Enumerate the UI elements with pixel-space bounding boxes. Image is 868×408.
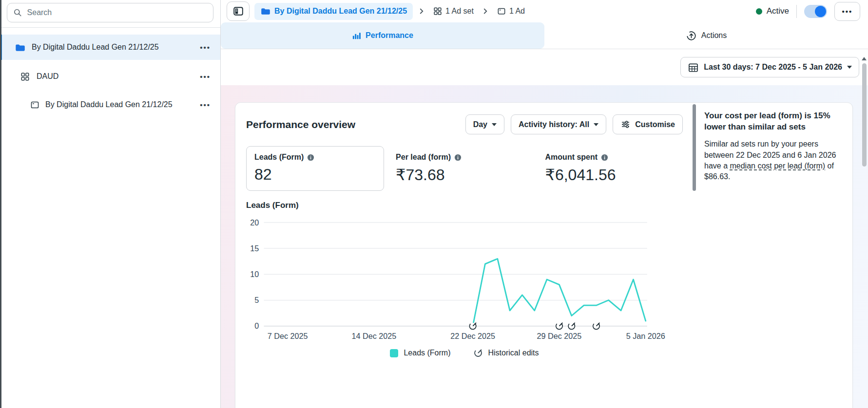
breadcrumb-campaign-label: By Digital Daddu Lead Gen 21/12/25 — [274, 7, 407, 16]
info-icon[interactable] — [454, 154, 462, 161]
interval-dropdown-label: Day — [473, 120, 487, 129]
ad-icon — [497, 7, 506, 16]
svg-text:22 Dec 2025: 22 Dec 2025 — [450, 332, 495, 340]
metric-value: ₹6,041.56 — [545, 166, 683, 184]
chevron-right-icon — [415, 6, 428, 16]
status-label: Active — [767, 6, 789, 16]
sidebar-item-ad[interactable]: By Digital Daddu Lead Gen 21/12/25 ••• — [0, 92, 220, 117]
series-swatch-icon — [390, 349, 398, 357]
folder-icon — [260, 6, 270, 16]
adset-grid-icon — [433, 7, 442, 16]
panel-toggle-icon — [232, 5, 244, 17]
metric-label: Leads (Form) — [254, 153, 304, 162]
breadcrumb-adset[interactable]: 1 Ad set — [430, 7, 477, 16]
insight-body: Similar ad sets run by your peers betwee… — [704, 139, 844, 183]
tab-performance-label: Performance — [366, 31, 413, 40]
info-icon[interactable] — [601, 154, 608, 161]
folder-icon — [15, 42, 25, 53]
toggle-knob — [815, 6, 826, 17]
svg-text:14 Dec 2025: 14 Dec 2025 — [352, 332, 397, 340]
svg-text:10: 10 — [250, 270, 259, 278]
filter-row: Last 30 days: 7 Dec 2025 - 5 Jan 2026 — [221, 49, 868, 85]
metric-per-lead[interactable]: Per lead (form) ₹73.68 — [396, 146, 533, 191]
content-area: Performance overview Day Activity histor… — [221, 85, 868, 408]
view-tabs: Performance Actions — [221, 22, 868, 49]
row-more-button[interactable]: ••• — [199, 41, 212, 54]
breadcrumb-ad-label: 1 Ad — [509, 7, 525, 16]
search-box[interactable] — [7, 3, 213, 22]
svg-text:7 Dec 2025: 7 Dec 2025 — [268, 332, 308, 340]
search-input[interactable] — [27, 8, 207, 17]
activity-history-dropdown[interactable]: Activity history: All — [511, 114, 606, 134]
performance-overview-section: Performance overview Day Activity histor… — [235, 103, 691, 408]
customise-label: Customise — [635, 120, 675, 129]
insight-title: Your cost per lead (form) is 15% lower t… — [704, 111, 844, 132]
legend-historical-edits: Historical edits — [473, 348, 539, 358]
row-more-button[interactable]: ••• — [199, 99, 212, 111]
tab-performance[interactable]: Performance — [221, 22, 544, 49]
metric-leads-form[interactable]: Leads (Form) 82 — [246, 146, 384, 191]
historical-edit-icon — [473, 348, 483, 358]
interval-dropdown[interactable]: Day — [465, 114, 504, 134]
median-cost-link[interactable]: median cost per lead (form) — [730, 162, 825, 170]
campaign-sidebar: By Digital Daddu Lead Gen 21/12/25 ••• D… — [0, 0, 221, 408]
window-edge — [0, 0, 1, 408]
date-range-selector[interactable]: Last 30 days: 7 Dec 2025 - 5 Jan 2026 — [680, 57, 859, 77]
sidebar-item-label: By Digital Daddu Lead Gen 21/12/25 — [32, 43, 199, 52]
search-icon — [13, 8, 22, 18]
sidebar-item-label: DAUD — [37, 72, 199, 81]
insight-panel: Your cost per lead (form) is 15% lower t… — [697, 103, 852, 408]
activity-history-label: Activity history: All — [519, 120, 589, 129]
date-range-label: Last 30 days: 7 Dec 2025 - 5 Jan 2026 — [704, 63, 842, 72]
active-toggle[interactable] — [804, 5, 827, 18]
svg-text:0: 0 — [254, 321, 259, 330]
divider — [796, 5, 797, 18]
scroll-up-arrow-icon[interactable] — [862, 57, 867, 60]
legend-leads-label: Leads (Form) — [404, 349, 450, 357]
sidebar-item-label: By Digital Daddu Lead Gen 21/12/25 — [45, 100, 199, 109]
section-title: Performance overview — [246, 119, 355, 130]
topbar-right: Active ••• — [756, 2, 860, 21]
chevron-down-icon — [847, 66, 852, 69]
chart-title: Leads (Form) — [246, 201, 683, 210]
chevron-right-icon — [479, 6, 492, 16]
svg-text:15: 15 — [250, 244, 259, 253]
page-scrollbar — [860, 55, 868, 408]
campaign-tree: By Digital Daddu Lead Gen 21/12/25 ••• D… — [0, 28, 220, 117]
breadcrumb-campaign[interactable]: By Digital Daddu Lead Gen 21/12/25 — [254, 3, 413, 20]
breadcrumb-ad[interactable]: 1 Ad — [494, 7, 528, 16]
boost-arrow-icon — [686, 30, 697, 41]
svg-text:20: 20 — [250, 218, 259, 227]
info-icon[interactable] — [307, 154, 314, 161]
metric-label: Per lead (form) — [396, 153, 451, 162]
legend-leads: Leads (Form) — [390, 349, 450, 357]
page-scrollbar-thumb[interactable] — [862, 63, 867, 167]
card-scrollbar-thumb[interactable] — [693, 104, 696, 191]
metric-label: Amount spent — [545, 153, 598, 162]
status-badge: Active — [756, 6, 789, 16]
active-status-dot-icon — [756, 8, 762, 15]
chevron-down-icon — [492, 123, 497, 126]
more-options-button[interactable]: ••• — [834, 2, 860, 21]
sidebar-item-adset[interactable]: DAUD ••• — [0, 64, 220, 89]
legend-edits-label: Historical edits — [488, 349, 539, 357]
customise-button[interactable]: Customise — [613, 114, 683, 134]
svg-text:5 Jan 2026: 5 Jan 2026 — [626, 332, 665, 340]
bar-chart-icon — [352, 31, 361, 40]
collapse-sidebar-button[interactable] — [227, 1, 250, 21]
ad-icon — [30, 100, 39, 110]
tab-actions[interactable]: Actions — [544, 22, 868, 49]
metric-amount-spent[interactable]: Amount spent ₹6,041.56 — [545, 146, 683, 191]
calendar-icon — [688, 62, 699, 73]
sliders-icon — [620, 119, 631, 130]
adset-grid-icon — [20, 72, 30, 81]
sidebar-search-section — [0, 0, 220, 28]
tab-actions-label: Actions — [701, 31, 727, 40]
sidebar-item-campaign[interactable]: By Digital Daddu Lead Gen 21/12/25 ••• — [0, 35, 220, 60]
top-bar: By Digital Daddu Lead Gen 21/12/25 1 Ad … — [221, 0, 868, 22]
row-more-button[interactable]: ••• — [199, 71, 212, 83]
breadcrumb: By Digital Daddu Lead Gen 21/12/25 1 Ad … — [254, 3, 528, 20]
svg-text:29 Dec 2025: 29 Dec 2025 — [537, 332, 582, 340]
metrics-row: Leads (Form) 82 Per lead (form) ₹73.68 — [246, 146, 683, 191]
breadcrumb-adset-label: 1 Ad set — [445, 7, 474, 16]
